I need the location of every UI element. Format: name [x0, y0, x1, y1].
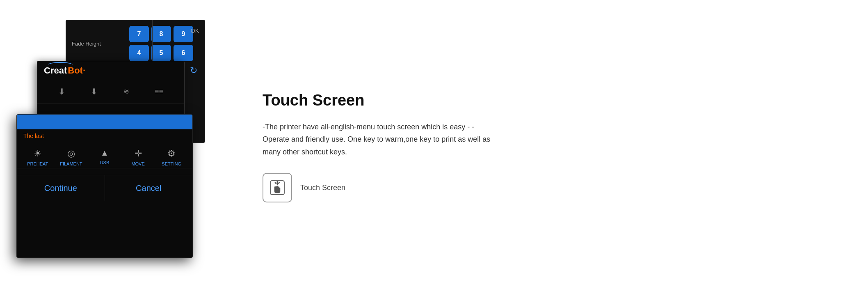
logo-bot-text: Bot·: [68, 65, 85, 76]
refresh-icon[interactable]: ↻: [190, 65, 197, 76]
bottom-buttons: Continue Cancel: [17, 175, 192, 201]
description-text: -The printer have all-english-menu touch…: [263, 121, 500, 158]
numpad-grid: 7 8 9 4 5 6: [123, 26, 199, 61]
touchscreen-svg: [268, 178, 287, 197]
page-title: Touch Screen: [263, 92, 852, 109]
page-layout: Fade Height 7 8 9 4 5 6 OK ↻ CreatBot·: [16, 20, 852, 274]
screen-main: The last ☀ PREHEAT ◎ FILAMENT ▲ USB ✛ MO…: [16, 114, 193, 258]
extruder1-icon: ⬇: [58, 87, 65, 96]
feature-label: Touch Screen: [300, 184, 345, 192]
preheat-label: PREHEAT: [27, 161, 48, 166]
extruder1-icon-item[interactable]: ⬇: [58, 87, 65, 96]
last-print-label: The last: [17, 129, 192, 142]
touchscreen-icon-box: [263, 173, 292, 202]
logo-dot: ·: [83, 65, 85, 76]
menu-filament[interactable]: ◎ FILAMENT: [59, 148, 83, 166]
heat-icon-item[interactable]: ≋: [123, 87, 129, 96]
menu-preheat[interactable]: ☀ PREHEAT: [25, 148, 50, 166]
setting-icon: ⚙: [167, 148, 176, 159]
num-5[interactable]: 5: [151, 45, 171, 61]
continue-button[interactable]: Continue: [17, 175, 105, 201]
creatbot-logo: CreatBot·: [44, 65, 85, 76]
content-area: Touch Screen -The printer have all-engli…: [263, 83, 852, 211]
move-icon: ✛: [135, 148, 142, 159]
menu-setting[interactable]: ⚙ SETTING: [159, 148, 184, 166]
cancel-button[interactable]: Cancel: [105, 175, 193, 201]
move-label: MOVE: [131, 161, 144, 166]
num-6[interactable]: 6: [174, 45, 193, 61]
front-menu-row: ☀ PREHEAT ◎ FILAMENT ▲ USB ✛ MOVE ⚙ SE: [17, 142, 192, 168]
extruder2-icon-item[interactable]: ⬇: [91, 87, 98, 96]
extruder2-icon: ⬇: [91, 87, 98, 96]
fan-icon-item[interactable]: ≡≡: [155, 87, 163, 96]
menu-header: CreatBot·: [37, 61, 184, 80]
usb-icon: ▲: [101, 148, 109, 158]
usb-label: USB: [100, 160, 110, 165]
filament-icon: ◎: [67, 148, 75, 159]
fan-icon: ≡≡: [155, 87, 163, 96]
num-7[interactable]: 7: [129, 26, 149, 42]
logo-creat-text: Creat: [44, 65, 67, 76]
fade-height-label: Fade Height: [72, 41, 120, 47]
filament-label: FILAMENT: [60, 161, 82, 166]
menu-move[interactable]: ✛ MOVE: [126, 148, 151, 166]
screenshots-area: Fade Height 7 8 9 4 5 6 OK ↻ CreatBot·: [16, 20, 230, 274]
heat-icon: ≋: [123, 87, 129, 96]
num-4[interactable]: 4: [129, 45, 149, 61]
ok-button[interactable]: OK: [191, 28, 199, 34]
preheat-icon: ☀: [34, 148, 42, 159]
progress-bar: [17, 115, 192, 129]
menu-icons-row: ⬇ ⬇ ≋ ≡≡: [37, 80, 184, 103]
setting-label: SETTING: [162, 161, 181, 166]
menu-usb[interactable]: ▲ USB: [92, 148, 117, 166]
feature-badge: Touch Screen: [263, 173, 852, 202]
num-8[interactable]: 8: [151, 26, 171, 42]
